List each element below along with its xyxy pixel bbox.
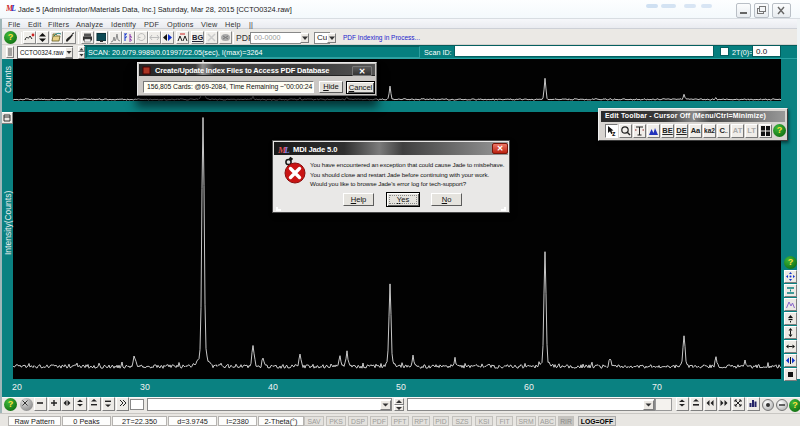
svg-text:L: L — [284, 145, 290, 155]
svg-text:L: L — [10, 4, 16, 12]
svg-text:z: z — [612, 130, 616, 137]
